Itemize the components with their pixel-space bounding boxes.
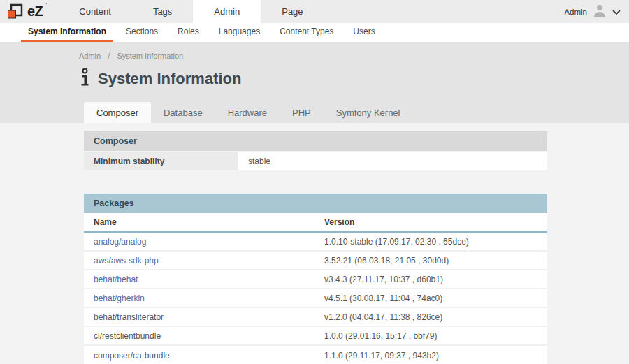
table-row: aws/aws-sdk-php 3.52.21 (06.03.18, 21:05…	[84, 252, 547, 270]
package-name-link[interactable]: analog/analog	[84, 233, 314, 250]
tab-composer[interactable]: Composer	[84, 102, 151, 123]
packages-section-header: Packages	[84, 194, 547, 213]
packages-table: Packages Name Version analog/analog 1.0.…	[84, 194, 547, 364]
breadcrumb: Admin / System Information	[0, 42, 629, 60]
table-row: behat/transliterator v1.2.0 (04.04.17, 1…	[84, 308, 547, 327]
tab-hardware[interactable]: Hardware	[215, 102, 280, 123]
table-row: behat/gherkin v4.5.1 (30.08.17, 11:04 , …	[84, 289, 547, 308]
topnav-item-page[interactable]: Page	[261, 0, 324, 23]
table-row: analog/analog 1.0.10-stable (17.09.17, 0…	[84, 233, 547, 252]
ez-logo-text: eZ	[27, 3, 43, 20]
composer-table: Composer Minimum stability stable	[84, 131, 547, 170]
package-version: 1.0.0 (29.01.16, 15:17 , bbf79)	[314, 327, 547, 344]
subnav-item-sections[interactable]: Sections	[119, 23, 165, 42]
package-name-link[interactable]: behat/behat	[84, 270, 314, 288]
package-version: v3.4.3 (27.11.17, 10:37 , d60b1)	[314, 270, 547, 288]
minimum-stability-label: Minimum stability	[84, 152, 238, 170]
topnav-item-content[interactable]: Content	[58, 0, 132, 23]
user-avatar-icon	[592, 3, 607, 21]
table-row: Minimum stability stable	[84, 152, 547, 170]
breadcrumb-separator: /	[108, 52, 110, 60]
package-version: 1.1.0 (29.11.17, 09:37 , 943b2)	[314, 346, 547, 364]
package-name: ci/restclientbundle	[84, 327, 314, 344]
user-menu[interactable]: Admin	[564, 0, 629, 23]
package-version: v1.2.0 (04.04.17, 11:38 , 826ce)	[314, 308, 547, 326]
table-row: behat/behat v3.4.3 (27.11.17, 10:37 , d6…	[84, 270, 547, 289]
table-row: ci/restclientbundle 1.0.0 (29.01.16, 15:…	[84, 327, 547, 346]
package-version: 3.52.21 (06.03.18, 21:05 , 30d0d)	[314, 252, 547, 269]
page-header-area: Admin / System Information System Inform…	[0, 42, 629, 123]
page-title-row: System Information	[80, 68, 629, 89]
ez-logo-icon	[7, 3, 24, 20]
subnav-item-content-types[interactable]: Content Types	[273, 23, 340, 42]
ez-logo-trademark: ʼ	[45, 2, 47, 9]
ez-logo[interactable]: eZ ʼ	[0, 0, 58, 23]
table-row: composer/ca-bundle 1.1.0 (29.11.17, 09:3…	[84, 346, 547, 364]
tab-database[interactable]: Database	[151, 102, 215, 123]
minimum-stability-value: stable	[238, 152, 547, 170]
admin-sub-menu: System Information Sections Roles Langua…	[0, 23, 629, 42]
subnav-item-system-information[interactable]: System Information	[21, 23, 113, 42]
system-info-tabs: Composer Database Hardware PHP Symfony K…	[84, 102, 412, 123]
package-name-link[interactable]: aws/aws-sdk-php	[84, 252, 314, 269]
package-version: 1.0.10-stable (17.09.17, 02:30 , 65dce)	[314, 233, 547, 250]
package-version: v4.5.1 (30.08.17, 11:04 , 74ac0)	[314, 289, 547, 307]
main-content: Composer Minimum stability stable Packag…	[0, 123, 629, 364]
tab-php[interactable]: PHP	[280, 102, 324, 123]
topnav-item-admin[interactable]: Admin	[193, 0, 261, 23]
package-name-link[interactable]: behat/gherkin	[84, 289, 314, 307]
main-menu: Content Tags Admin Page	[58, 0, 324, 23]
page-title: System Information	[98, 70, 241, 88]
top-navigation-bar: eZ ʼ Content Tags Admin Page Admin	[0, 0, 629, 23]
subnav-item-languages[interactable]: Languages	[212, 23, 267, 42]
topnav-item-tags[interactable]: Tags	[132, 0, 193, 23]
packages-column-headers: Name Version	[84, 213, 547, 233]
info-icon	[80, 68, 90, 89]
subnav-item-users[interactable]: Users	[346, 23, 382, 42]
breadcrumb-admin[interactable]: Admin	[79, 52, 101, 60]
breadcrumb-current: System Information	[117, 52, 183, 60]
subnav-item-roles[interactable]: Roles	[171, 23, 206, 42]
tab-symfony-kernel[interactable]: Symfony Kernel	[324, 102, 413, 123]
package-name: behat/transliterator	[84, 308, 314, 326]
user-name-label: Admin	[564, 8, 587, 16]
package-name: composer/ca-bundle	[84, 346, 314, 364]
chevron-down-icon	[612, 6, 621, 18]
column-header-name: Name	[84, 213, 314, 231]
composer-section-header: Composer	[84, 131, 547, 151]
column-header-version: Version	[314, 213, 547, 231]
